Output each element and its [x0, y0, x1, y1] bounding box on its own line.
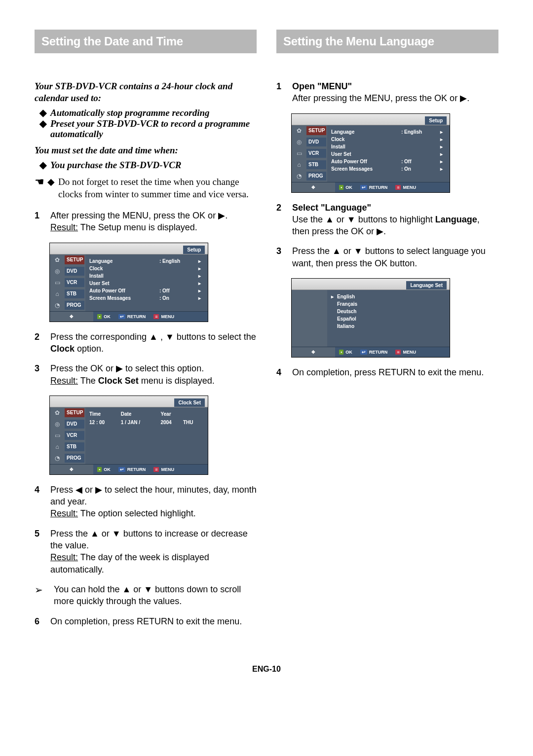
step-5-body: Press the ▲ or ▼ buttons to increase or … — [50, 528, 257, 576]
ok-icon: ▪ — [97, 314, 102, 319]
step-4-body: Press ◀ or ▶ to select the hour, minutes… — [50, 484, 257, 520]
osd-title-setup: Setup — [183, 246, 205, 254]
note-scroll-tip: ➢ You can hold the ▲ or ▼ buttons down t… — [35, 583, 257, 608]
step-1-body: After pressing the MENU, press the OK or… — [50, 210, 257, 234]
when-intro: You must set the date and time when: — [35, 144, 257, 156]
osd-footer: ✥ ▪OK ↩RETURN ≡MENU — [50, 311, 208, 322]
osd-clock-table: Time Date Year 12 : 00 1 / JAN / 2004 T — [85, 407, 208, 464]
bullet-reset-time: Do not forget to reset the time when you… — [58, 176, 257, 201]
prog-icon: ◔ — [50, 302, 65, 309]
tape-icon: ▭ — [50, 279, 65, 286]
step-6-body: On completion, press RETURN to exit the … — [50, 615, 257, 627]
steps-left: 1 After pressing the MENU, press the OK … — [35, 210, 257, 234]
osd-language-set: Language Set ▸English Français Deutsch E… — [291, 278, 498, 358]
osd-sidebar: ✿SETUP ◎DVD ▭VCR ⌂STB ◔PROG — [50, 254, 85, 311]
title-date-time: Setting the Date and Time — [35, 30, 257, 53]
r-step-1: Open "MENU" After pressing the MENU, pre… — [292, 80, 498, 105]
page-number: ENG-10 — [35, 665, 498, 674]
r-step-3: Press the ▲ or ▼ buttons to select langu… — [292, 245, 498, 269]
hand-icon: ☚ — [35, 176, 44, 187]
osd-setup-list: Language: English▸ Clock▸ Install▸ User … — [85, 254, 208, 311]
when-bullets: You purchase the STB-DVD-VCR — [35, 160, 257, 171]
bullet-preset: Preset your STB-DVD-VCR to record a prog… — [50, 119, 257, 140]
intro-bullets: Automatically stop programme recording P… — [35, 108, 257, 140]
osd-title-lang: Language Set — [406, 281, 447, 289]
step-num-1: 1 — [35, 210, 41, 234]
title-menu-language: Setting the Menu Language — [276, 30, 498, 53]
gear-icon: ✿ — [50, 256, 65, 263]
osd-setup-left: Setup ✿SETUP ◎DVD ▭VCR ⌂STB ◔PROG Langua… — [49, 243, 257, 322]
step-3-body: Press the OK or ▶ to select this option.… — [50, 362, 257, 387]
osd-clock-set: Clock Set ✿SETUP ◎DVD ▭VCR ⌂STB ◔PROG — [49, 396, 257, 475]
col-menu-language: Setting the Menu Language 1 Open "MENU" … — [276, 30, 498, 635]
bullet-auto-stop: Automatically stop programme recording — [50, 108, 257, 118]
osd-lang-list: ▸English Français Deutsch Español Italia… — [327, 290, 450, 347]
menu-icon: ≡ — [153, 314, 159, 319]
r-step-2: Select "Language" Use the ▲ or ▼ buttons… — [292, 202, 498, 238]
stb-icon: ⌂ — [50, 290, 65, 297]
r-step-4: On completion, press RETURN to exit the … — [292, 366, 498, 378]
col-date-time: Setting the Date and Time Your STB-DVD-V… — [35, 30, 257, 635]
osd-title-clock: Clock Set — [174, 398, 205, 407]
step-2-body: Press the corresponding ▲ , ▼ buttons to… — [50, 331, 257, 355]
disc-icon: ◎ — [50, 268, 65, 275]
return-icon: ↩ — [118, 314, 125, 319]
nav-icon: ✥ — [70, 314, 74, 319]
intro-line: Your STB-DVD-VCR contains a 24-hour cloc… — [35, 80, 257, 104]
bullet-purchase: You purchase the STB-DVD-VCR — [50, 160, 257, 171]
osd-setup-right: Setup ✿SETUP ◎DVD ▭VCR ⌂STB ◔PROG Langua… — [291, 113, 498, 193]
note-arrow-icon: ➢ — [35, 583, 43, 597]
